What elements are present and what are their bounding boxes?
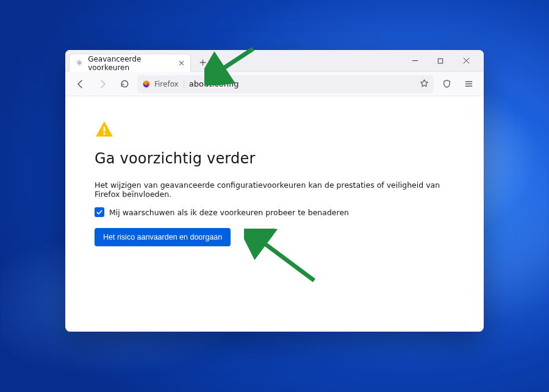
tab-close-button[interactable] xyxy=(177,59,185,68)
warning-heading: Ga voorzichtig verder xyxy=(95,150,454,167)
firefox-logo-icon xyxy=(142,80,151,88)
svg-point-4 xyxy=(103,133,105,135)
window-minimize-button[interactable] xyxy=(402,52,428,70)
url-bar[interactable]: Firefox about:config xyxy=(137,75,434,93)
bookmark-star-button[interactable] xyxy=(420,79,429,90)
reload-button[interactable] xyxy=(115,75,134,93)
svg-point-0 xyxy=(78,62,81,64)
browser-tab[interactable]: Geavanceerde voorkeuren xyxy=(69,54,191,72)
titlebar: Geavanceerde voorkeuren xyxy=(65,50,484,72)
warn-checkbox-row[interactable]: Mij waarschuwen als ik deze voorkeuren p… xyxy=(95,207,454,217)
svg-rect-1 xyxy=(438,59,443,63)
address-text: about:config xyxy=(189,79,415,88)
protections-button[interactable] xyxy=(437,75,456,93)
back-button[interactable] xyxy=(71,75,90,93)
firefox-window: Geavanceerde voorkeuren xyxy=(65,50,484,332)
app-menu-button[interactable] xyxy=(459,75,478,93)
forward-button[interactable] xyxy=(93,75,112,93)
window-controls xyxy=(402,50,479,71)
identity-label: Firefox xyxy=(154,80,179,88)
window-close-button[interactable] xyxy=(453,52,479,70)
window-maximize-button[interactable] xyxy=(428,52,453,70)
warning-description: Het wijzigen van geavanceerde configurat… xyxy=(95,180,454,199)
identity-box[interactable]: Firefox xyxy=(142,80,184,88)
desktop-wallpaper: Geavanceerde voorkeuren xyxy=(0,0,549,392)
warning-triangle-icon xyxy=(95,119,114,139)
new-tab-button[interactable] xyxy=(193,53,212,71)
warn-checkbox-label: Mij waarschuwen als ik deze voorkeuren p… xyxy=(109,208,349,217)
navigation-toolbar: Firefox about:config xyxy=(65,72,484,96)
accept-risk-button[interactable]: Het risico aanvaarden en doorgaan xyxy=(95,228,231,246)
tab-favicon-settings-icon xyxy=(76,59,83,68)
tab-title: Geavanceerde voorkeuren xyxy=(88,55,172,72)
svg-rect-3 xyxy=(104,127,106,132)
warn-checkbox[interactable] xyxy=(95,207,104,217)
about-config-warning-page: Ga voorzichtig verder Het wijzigen van g… xyxy=(65,96,484,332)
